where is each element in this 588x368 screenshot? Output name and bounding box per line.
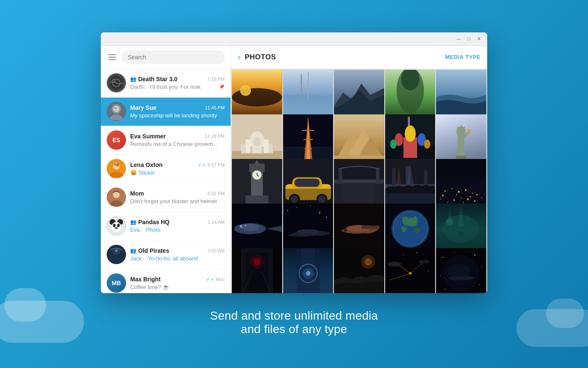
svg-rect-45 bbox=[268, 144, 273, 153]
svg-point-113 bbox=[445, 190, 446, 191]
photo-cell-7[interactable] bbox=[283, 114, 333, 165]
cloud-decoration-left bbox=[0, 301, 84, 343]
chat-item-mary-sue[interactable]: Mary Sue 11:45 PM My spaceship will be l… bbox=[101, 98, 231, 126]
photo-cell-15[interactable] bbox=[436, 159, 486, 209]
sidebar-header bbox=[101, 46, 231, 69]
chat-info-pandas-hq: 👥 Pandas HQ 1:14 AM Eva: Photo bbox=[130, 219, 225, 233]
svg-rect-136 bbox=[283, 204, 333, 254]
menu-button[interactable] bbox=[107, 53, 118, 62]
photo-cell-23[interactable] bbox=[334, 248, 384, 293]
panel-header: ‹ PHOTOS MEDIA TYPE bbox=[231, 46, 487, 69]
chat-item-old-pirates[interactable]: 👥 Old Pirates 0:02 AM Jack: Yo-ho-ho, al… bbox=[101, 241, 231, 269]
chat-item-lena-oxton[interactable]: Lena Oxton ✓✓ 9:17 PM 😄 Sticker bbox=[101, 155, 231, 183]
photo-cell-17[interactable] bbox=[283, 204, 333, 254]
svg-point-190 bbox=[474, 254, 475, 256]
svg-point-124 bbox=[474, 200, 475, 201]
svg-point-154 bbox=[465, 217, 471, 222]
svg-point-7 bbox=[114, 107, 117, 109]
chat-meta-old-pirates: 👥 Old Pirates 0:02 AM bbox=[130, 247, 225, 254]
sidebar: 👥 Death Star 3.0 7:16 PM Darth: I'll tru… bbox=[101, 46, 231, 293]
svg-point-129 bbox=[481, 197, 482, 198]
svg-point-11 bbox=[114, 163, 116, 166]
minimize-button[interactable]: — bbox=[455, 35, 462, 42]
chat-info-max-bright: Max Bright ✓✓ Mon Coffee time? ☕ bbox=[130, 276, 225, 290]
svg-point-10 bbox=[116, 163, 119, 167]
photo-cell-19[interactable] bbox=[385, 204, 436, 254]
svg-point-29 bbox=[232, 88, 282, 106]
photo-cell-22[interactable] bbox=[283, 248, 333, 293]
maximize-button[interactable]: □ bbox=[465, 35, 472, 42]
svg-point-140 bbox=[310, 206, 311, 207]
photos-title: PHOTOS bbox=[245, 53, 276, 61]
svg-point-123 bbox=[447, 202, 448, 203]
svg-point-138 bbox=[296, 207, 297, 208]
chat-meta-lena-oxton: Lena Oxton ✓✓ 9:17 PM bbox=[130, 161, 225, 168]
chat-list: 👥 Death Star 3.0 7:16 PM Darth: I'll tru… bbox=[101, 69, 231, 293]
svg-point-155 bbox=[459, 231, 464, 236]
chat-item-eva-summer[interactable]: ES Eva Summer 11:28 PM Reminds me of a C… bbox=[101, 126, 231, 155]
photo-cell-3[interactable] bbox=[334, 70, 384, 120]
group-icon-pirates: 👥 bbox=[130, 248, 136, 254]
svg-rect-100 bbox=[339, 168, 342, 184]
menu-line-2 bbox=[108, 57, 116, 58]
media-type-button[interactable]: MEDIA TYPE bbox=[445, 54, 480, 60]
photo-cell-6[interactable] bbox=[232, 114, 282, 165]
chat-item-pandas-hq[interactable]: 👥 Pandas HQ 1:14 AM Eva: Photo bbox=[101, 212, 231, 241]
svg-point-19 bbox=[117, 224, 120, 227]
chat-item-death-star[interactable]: 👥 Death Star 3.0 7:16 PM Darth: I'll tru… bbox=[101, 69, 231, 98]
chat-item-max-bright[interactable]: MB Max Bright ✓✓ Mon bbox=[101, 269, 231, 293]
photo-cell-9[interactable] bbox=[385, 114, 436, 165]
group-icon-death-star: 👥 bbox=[130, 76, 136, 82]
photo-cell-25[interactable] bbox=[436, 248, 486, 293]
avatar-pandas-hq bbox=[107, 216, 126, 236]
chat-meta-death-star: 👥 Death Star 3.0 7:16 PM bbox=[130, 76, 225, 82]
photo-cell-16[interactable] bbox=[232, 204, 282, 254]
chat-name-pandas-hq: 👥 Pandas HQ bbox=[130, 219, 170, 225]
photo-cell-10[interactable] bbox=[436, 114, 486, 165]
svg-point-174 bbox=[365, 258, 372, 265]
cloud-decoration-right bbox=[517, 309, 588, 347]
chat-preview-eva-summer: Reminds me of a Chinese proverb... bbox=[130, 141, 225, 147]
svg-point-194 bbox=[445, 289, 446, 290]
chat-item-mom[interactable]: Mom 8:02 PM Don't forget your blaster an… bbox=[101, 183, 231, 212]
photo-cell-20[interactable] bbox=[436, 204, 486, 254]
svg-point-118 bbox=[442, 195, 444, 196]
svg-point-137 bbox=[287, 210, 288, 211]
avatar-old-pirates bbox=[107, 245, 126, 264]
svg-point-70 bbox=[424, 139, 430, 148]
svg-point-191 bbox=[481, 266, 482, 267]
svg-rect-101 bbox=[376, 168, 380, 184]
back-button[interactable]: ‹ bbox=[238, 52, 241, 62]
chat-time-eva-summer: 11:28 PM bbox=[205, 134, 225, 139]
photo-cell-18[interactable] bbox=[334, 204, 384, 254]
svg-point-65 bbox=[405, 125, 416, 142]
photo-cell-1[interactable] bbox=[232, 70, 282, 120]
avatar-death-star bbox=[107, 73, 126, 93]
photo-cell-21[interactable] bbox=[232, 248, 282, 293]
svg-point-189 bbox=[454, 252, 455, 253]
chat-meta-max-bright: Max Bright ✓✓ Mon bbox=[130, 276, 225, 283]
photo-cell-5[interactable] bbox=[436, 70, 486, 120]
title-bar: — □ ✕ bbox=[101, 32, 487, 46]
photo-cell-24[interactable] bbox=[385, 248, 436, 293]
svg-point-49 bbox=[253, 137, 260, 146]
svg-point-30 bbox=[240, 85, 251, 95]
svg-point-126 bbox=[456, 194, 457, 195]
photo-cell-11[interactable] bbox=[232, 159, 282, 209]
photo-cell-14[interactable] bbox=[385, 159, 436, 209]
photo-cell-12[interactable] bbox=[283, 159, 333, 209]
avatar-eva-summer: ES bbox=[107, 130, 126, 150]
photo-cell-2[interactable] bbox=[283, 70, 333, 120]
chat-name-mom: Mom bbox=[130, 190, 144, 197]
photo-cell-4[interactable] bbox=[385, 70, 436, 120]
svg-point-192 bbox=[440, 275, 441, 276]
search-input[interactable] bbox=[122, 50, 225, 64]
photo-cell-8[interactable] bbox=[334, 114, 384, 165]
close-button[interactable]: ✕ bbox=[475, 35, 482, 42]
avatar-mary-sue bbox=[107, 102, 126, 121]
photo-cell-13[interactable] bbox=[334, 159, 384, 209]
svg-point-121 bbox=[454, 199, 455, 201]
svg-point-120 bbox=[461, 197, 462, 198]
group-icon-pandas: 👥 bbox=[130, 219, 136, 225]
svg-point-21 bbox=[111, 220, 114, 224]
